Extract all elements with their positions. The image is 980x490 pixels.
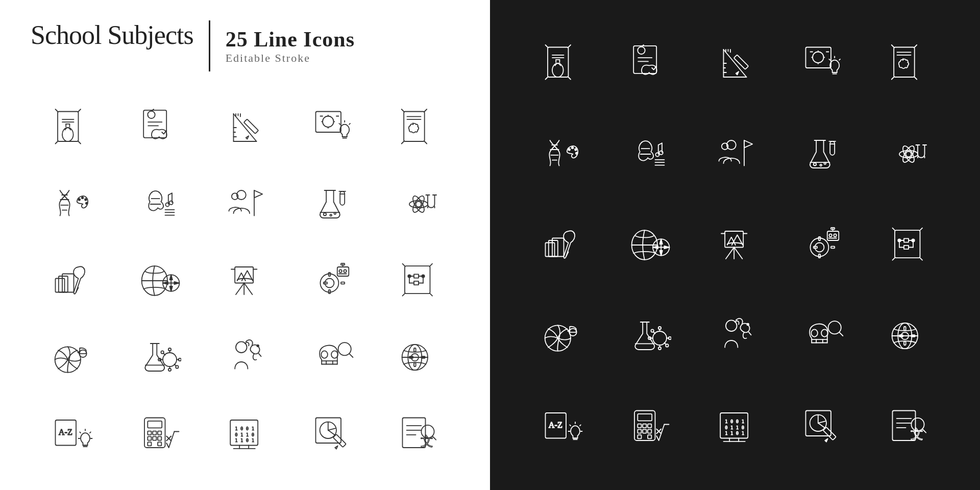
header: School Subjects 25 Line Icons Editable S… (31, 20, 459, 71)
svg-line-45 (425, 141, 427, 144)
svg-point-53 (79, 199, 81, 201)
svg-marker-27 (246, 136, 249, 139)
icon-history-brain (378, 92, 459, 163)
svg-rect-385 (638, 424, 641, 428)
dark-icon-literature (521, 202, 602, 288)
light-icons-grid: A-Z (31, 92, 459, 470)
svg-rect-183 (158, 436, 161, 440)
dark-icon-math (607, 384, 689, 470)
svg-point-335 (912, 239, 914, 241)
svg-marker-300 (660, 251, 663, 256)
left-panel: School Subjects 25 Line Icons Editable S… (0, 0, 490, 490)
svg-rect-179 (153, 431, 156, 435)
svg-rect-26 (244, 119, 259, 134)
svg-rect-104 (329, 273, 331, 276)
svg-line-43 (425, 109, 427, 112)
svg-point-278 (820, 164, 822, 166)
svg-point-142 (179, 358, 181, 361)
svg-line-323 (920, 228, 923, 231)
svg-rect-178 (148, 431, 151, 435)
svg-line-306 (734, 248, 742, 259)
title-block: School Subjects (31, 20, 193, 50)
icon-computer: 1 0 0 1 0 1 1 0 1 1 0 1 (204, 398, 286, 470)
svg-rect-391 (638, 435, 641, 438)
dark-icon-chemistry (781, 111, 863, 197)
svg-rect-199 (333, 434, 346, 447)
dark-icon-vocabulary: A-Z (521, 384, 602, 470)
svg-line-252 (915, 77, 917, 80)
dark-icon-pe (521, 293, 602, 379)
svg-point-72 (334, 212, 336, 214)
icon-pe (31, 322, 112, 393)
divider-bar (209, 20, 210, 71)
svg-rect-84 (56, 279, 65, 292)
svg-point-279 (824, 162, 826, 164)
svg-point-156 (331, 351, 338, 358)
svg-point-317 (834, 234, 836, 236)
svg-marker-95 (175, 282, 180, 284)
subtitle-line2: Editable Stroke (226, 52, 355, 65)
svg-point-71 (330, 214, 332, 216)
svg-rect-184 (148, 442, 151, 446)
svg-line-380 (580, 425, 581, 426)
svg-line-212 (569, 77, 571, 80)
dark-icon-history-brain (868, 20, 949, 106)
dark-icon-geometry (694, 20, 776, 106)
svg-line-209 (546, 45, 548, 47)
svg-line-246 (829, 59, 830, 60)
dark-icon-psychology (694, 293, 776, 379)
svg-text:1 0 0 1: 1 0 0 1 (725, 419, 744, 424)
svg-rect-107 (341, 282, 345, 284)
svg-text:A-Z: A-Z (59, 428, 72, 437)
icon-language: 文 (378, 398, 459, 470)
svg-point-363 (821, 329, 828, 336)
svg-point-356 (747, 324, 749, 326)
svg-point-261 (572, 147, 574, 149)
svg-rect-321 (895, 230, 920, 258)
svg-rect-164 (414, 363, 416, 366)
svg-point-353 (666, 344, 668, 347)
svg-line-355 (749, 332, 751, 335)
svg-text:1 1 0 1: 1 1 0 1 (725, 431, 744, 436)
icon-civics (204, 168, 286, 240)
icon-vocabulary: A-Z (31, 398, 112, 470)
svg-point-127 (408, 275, 410, 277)
svg-line-158 (349, 354, 353, 357)
dark-icon-physics (868, 111, 949, 197)
svg-line-1 (56, 109, 58, 112)
svg-point-277 (814, 163, 816, 165)
dark-icon-biology (521, 111, 602, 197)
svg-rect-327 (904, 238, 909, 242)
svg-point-110 (344, 270, 346, 272)
dark-icon-geography (607, 202, 689, 288)
icon-microbiology (117, 322, 199, 393)
svg-marker-94 (163, 282, 168, 284)
svg-point-334 (898, 239, 900, 241)
svg-rect-105 (329, 290, 331, 293)
svg-line-4 (79, 141, 81, 144)
svg-marker-200 (335, 446, 337, 449)
icon-chemistry (291, 168, 373, 240)
svg-line-148 (259, 354, 261, 356)
svg-point-136 (168, 348, 171, 351)
dark-icon-ecology (868, 293, 949, 379)
svg-rect-124 (414, 281, 419, 285)
svg-point-283 (906, 152, 912, 157)
svg-text:0 1 1 0: 0 1 1 0 (235, 432, 254, 437)
svg-text:文: 文 (911, 427, 923, 441)
svg-line-116 (430, 264, 433, 266)
svg-marker-234 (736, 71, 739, 75)
svg-rect-371 (904, 341, 906, 345)
svg-text:0 1 1 0: 0 1 1 0 (725, 425, 744, 430)
svg-rect-384 (638, 414, 652, 421)
svg-line-324 (893, 258, 895, 260)
svg-point-54 (82, 197, 84, 199)
svg-rect-182 (153, 436, 156, 440)
svg-line-98 (236, 283, 244, 295)
svg-point-267 (655, 153, 659, 156)
svg-line-42 (402, 109, 404, 112)
svg-point-343 (658, 327, 661, 329)
svg-text:1 1 0 1: 1 1 0 1 (235, 438, 254, 443)
svg-line-117 (403, 293, 405, 296)
svg-point-60 (165, 203, 169, 206)
